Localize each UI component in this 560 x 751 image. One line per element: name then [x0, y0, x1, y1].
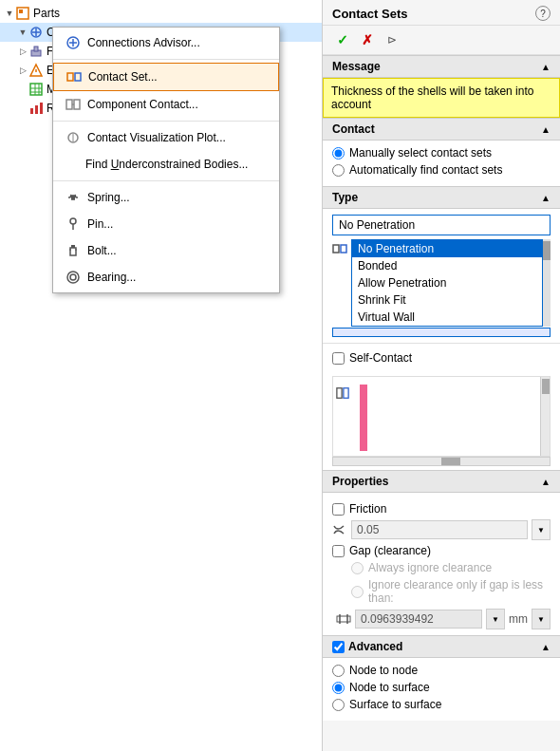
contact-section-header[interactable]: Contact ▲ [323, 118, 560, 141]
svg-point-36 [70, 274, 76, 280]
preview-icon [336, 386, 349, 400]
friction-checkbox[interactable] [332, 503, 345, 516]
preview-scrollbar[interactable] [540, 377, 550, 456]
always-ignore-radio [351, 562, 364, 574]
clearance-unit-dropdown-btn: ▼ [486, 609, 505, 629]
message-section-header[interactable]: Message ▲ [323, 55, 560, 78]
friction-value-row: 0.05 ▼ [332, 519, 551, 540]
dropdown-scrollbar[interactable] [543, 239, 551, 327]
dropdown-bonded[interactable]: Bonded [352, 257, 542, 274]
type-section-header[interactable]: Type ▲ [323, 186, 560, 209]
node-to-surface-label: Node to surface [349, 681, 430, 694]
help-button[interactable]: ? [535, 6, 551, 21]
friction-value-input[interactable]: 0.05 [351, 520, 528, 539]
type-section-content: No Penetration Bonded Allow Penetration … [323, 209, 560, 343]
pin-button[interactable]: ⊳ [382, 29, 402, 50]
svg-rect-6 [34, 47, 38, 51]
friction-label: Friction [349, 502, 386, 516]
svg-rect-16 [40, 103, 43, 114]
self-contact-label: Self-Contact [349, 351, 412, 365]
preview-icon-col [333, 377, 352, 400]
bearing-label: Bearing... [87, 271, 136, 284]
always-ignore-label: Always ignore clearance [368, 561, 492, 574]
properties-section: Properties ▲ Friction 0.05 ▼ Gap (clear [323, 470, 560, 635]
clearance-value-input [355, 610, 482, 629]
menu-spring[interactable]: Spring... [53, 184, 279, 211]
gap-clearance-row[interactable]: Gap (clearance) [332, 544, 551, 557]
svg-rect-39 [337, 388, 342, 399]
always-ignore-row: Always ignore clearance [351, 561, 551, 574]
auto-radio-row[interactable]: Automatically find contact sets [332, 163, 551, 177]
tree-item-parts[interactable]: ▼ Parts [0, 4, 322, 23]
node-to-surface-row[interactable]: Node to surface [332, 681, 551, 694]
self-contact-checkbox-row[interactable]: Self-Contact [332, 351, 551, 365]
contact-viz-icon [65, 129, 82, 146]
properties-section-header[interactable]: Properties ▲ [323, 470, 560, 493]
type-icon [332, 241, 347, 256]
gap-clearance-label: Gap (clearance) [349, 544, 431, 557]
dropdown-with-scroll: No Penetration Bonded Allow Penetration … [351, 239, 551, 327]
advanced-checkbox[interactable] [332, 641, 345, 653]
unit-select-btn: ▼ [532, 609, 551, 629]
svg-rect-32 [70, 248, 76, 255]
cancel-button[interactable]: ✗ [357, 29, 378, 50]
preview-area [332, 376, 551, 457]
manual-radio-row[interactable]: Manually select contact sets [332, 146, 551, 160]
chevron-unit-down-icon: ▼ [537, 615, 545, 624]
dropdown-shrink-fit[interactable]: Shrink Fit [352, 291, 542, 309]
expand-arrow: ▼ [4, 8, 15, 19]
type-select[interactable]: No Penetration Bonded Allow Penetration … [332, 215, 551, 235]
contact-set-icon [65, 68, 83, 85]
advanced-section: Advanced ▲ Node to node Node to surface … [323, 635, 560, 721]
expand-arrow-connections: ▼ [17, 27, 28, 38]
surface-to-surface-radio[interactable] [332, 699, 345, 711]
gap-clearance-checkbox[interactable] [332, 545, 345, 557]
advanced-section-header[interactable]: Advanced ▲ [323, 635, 560, 658]
clearance-unit-label: mm [509, 612, 528, 626]
friction-dropdown-btn[interactable]: ▼ [532, 519, 551, 540]
node-to-surface-radio[interactable] [332, 682, 345, 694]
check-icon: ✓ [337, 32, 348, 47]
chevron-down-icon: ▼ [537, 526, 545, 535]
message-content: Thickness of the shells will be taken in… [323, 78, 560, 118]
dropdown-bottom-space [332, 328, 551, 337]
connections-icon [28, 25, 44, 40]
menu-contact-viz[interactable]: Contact Visualization Plot... [53, 124, 279, 151]
menu-find-underconstrained[interactable]: Find Underconstrained Bodies... [53, 151, 279, 178]
menu-component-contact[interactable]: Component Contact... [53, 91, 279, 118]
self-contact-row: Self-Contact [323, 343, 560, 372]
expand-arrow-fixtures: ▷ [17, 46, 28, 57]
toolbar: ✓ ✗ ⊳ [323, 26, 560, 55]
menu-pin[interactable]: Pin... [53, 211, 279, 237]
find-underconstrained-label: Find Underconstrained Bodies... [85, 158, 248, 171]
dropdown-no-penetration[interactable]: No Penetration [352, 240, 542, 257]
bolt-label: Bolt... [87, 244, 117, 257]
auto-radio[interactable] [332, 164, 345, 177]
pink-bar [360, 385, 367, 451]
preview-hscroll[interactable] [332, 457, 551, 466]
contact-section-title: Contact [332, 122, 375, 136]
contact-collapse-icon: ▲ [541, 124, 551, 135]
ignore-if-less-radio [351, 586, 364, 598]
menu-bearing[interactable]: Bearing... [53, 264, 279, 291]
svg-rect-14 [30, 108, 33, 114]
accept-button[interactable]: ✓ [332, 29, 353, 50]
menu-connections-advisor[interactable]: Connections Advisor... [53, 29, 279, 56]
self-contact-checkbox[interactable] [332, 352, 345, 365]
component-contact-icon [65, 96, 82, 113]
dropdown-allow-penetration[interactable]: Allow Penetration [352, 274, 542, 291]
fixtures-icon [28, 44, 44, 59]
node-to-node-row[interactable]: Node to node [332, 664, 551, 677]
pin-label: Pin... [87, 217, 113, 231]
svg-rect-15 [35, 105, 38, 114]
menu-bolt[interactable]: Bolt... [53, 237, 279, 264]
dropdown-virtual-wall[interactable]: Virtual Wall [352, 309, 542, 326]
dropdown-list: No Penetration Bonded Allow Penetration … [351, 239, 543, 327]
node-to-node-radio[interactable] [332, 665, 345, 677]
friction-icon [332, 522, 347, 537]
menu-contact-set[interactable]: Contact Set... [53, 63, 279, 91]
friction-row[interactable]: Friction [332, 502, 551, 516]
advanced-header-left: Advanced [332, 640, 402, 653]
surface-to-surface-row[interactable]: Surface to surface [332, 698, 551, 711]
manual-radio[interactable] [332, 147, 345, 160]
